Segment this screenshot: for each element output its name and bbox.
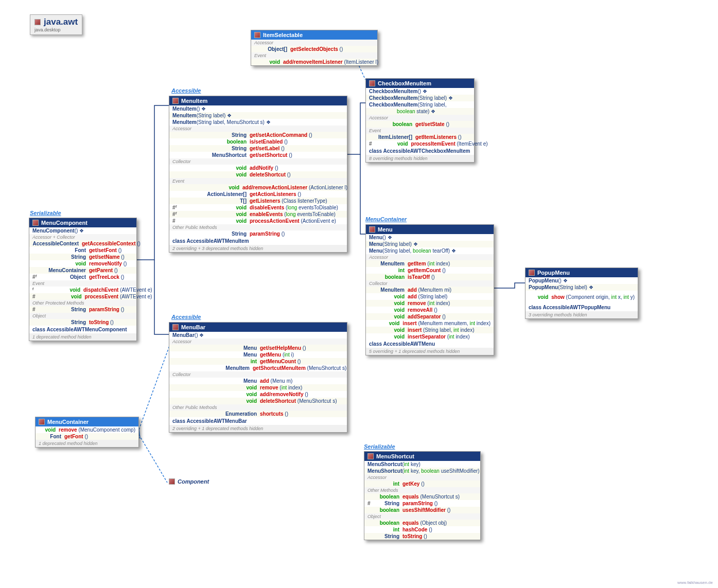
constructor-row: MenuBar () ❖ (169, 332, 347, 338)
box-menucomponent: MenuComponent MenuComponent () ❖ Accesso… (29, 218, 137, 341)
method-row: #StringparamString () (364, 500, 480, 507)
method-row: FontgetFont () (36, 433, 138, 440)
footer-note: 5 overriding + 1 deprecated methods hidd… (366, 348, 494, 355)
constructor-row: PopupMenu () ❖ (526, 277, 638, 284)
box-checkboxmenuitem: CheckboxMenuItem CheckboxMenuItem () ❖Ch… (365, 78, 475, 163)
section-label: Other Public Methods (169, 224, 347, 230)
box-menushortcut: MenuShortcut MenuShortcut (int key)MenuS… (364, 451, 481, 540)
box-popupmenu: PopupMenu PopupMenu () ❖PopupMenu (Strin… (525, 268, 638, 319)
method-row: voidinsert (MenuItem menuitem, int index… (366, 320, 494, 327)
method-row: #voidprocessItemEvent (ItemEvent e) (366, 140, 474, 147)
title-popupmenu: PopupMenu (526, 268, 638, 277)
method-row: #ᶠvoidenableEvents (long eventsToEnable) (169, 211, 347, 218)
method-row: T[]getListeners (Class listenerType) (169, 198, 347, 204)
title-menu: Menu (366, 225, 494, 234)
stereo-accessible-1: Accessible (171, 87, 201, 94)
interface-icon (254, 32, 260, 38)
method-row: #voidprocessActionEvent (ActionEvent e) (169, 218, 347, 224)
method-row: voidremove (int index) (169, 384, 347, 391)
method-row: StringtoString () (29, 319, 136, 326)
footer-note: 3 overriding methods hidden (526, 311, 638, 318)
constructor-row: Menu (String label, boolean tearOff) ❖ (366, 247, 494, 254)
method-row: booleanisTearOff () (366, 274, 494, 280)
class-icon (367, 453, 374, 459)
constructor-row: Menu (String label) ❖ (366, 241, 494, 247)
method-row: voidadd/removeItemListener (ItemListener… (251, 59, 377, 65)
inner-class: class AccessibleAWTMenu (366, 340, 494, 348)
method-row: StringparamString () (169, 230, 347, 237)
class-icon (172, 98, 179, 104)
title-menucontainer: MenuContainer (36, 417, 138, 426)
method-row: Object[]getSelectedObjects () (251, 46, 377, 52)
inner-class: class AccessibleAWTPopupMenu (526, 304, 638, 311)
box-itemselectable: ItemSelectable AccessorObject[]getSelect… (251, 30, 378, 66)
class-icon (169, 478, 175, 485)
method-row: voidinsert (String label, int index) (366, 327, 494, 333)
method-row: ItemListener[]getItemListeners () (366, 134, 474, 140)
stereo-accessible-2: Accessible (171, 314, 201, 320)
constructor-row: MenuComponent () ❖ (29, 227, 136, 234)
method-row: AccessibleContextgetAccessibleContext () (29, 240, 136, 247)
method-row: StringtoString () (364, 533, 480, 540)
inner-class: class AccessibleAWTMenuComponent (29, 326, 136, 333)
class-icon (32, 220, 39, 226)
section-label: Event (169, 178, 347, 184)
constructor-row: CheckboxMenuItem (String label) ❖ (366, 95, 474, 101)
section-label: Accessor (251, 40, 377, 46)
box-menubar: MenuBar MenuBar () ❖ AccessorMenuget/set… (169, 322, 347, 433)
constructor-row: MenuItem (String label) ❖ (169, 112, 347, 119)
method-row: voidremove (MenuComponent comp) (36, 426, 138, 433)
stereo-serializable: Serializable (30, 210, 61, 216)
title-itemselectable: ItemSelectable (251, 30, 377, 40)
box-menu: Menu Menu () ❖Menu (String label) ❖Menu … (365, 224, 494, 355)
method-row: booleanget/setState () (366, 121, 474, 128)
stereo-serializable-2: Serializable (364, 443, 395, 450)
method-row: Menuget/setHelpMenu () (169, 345, 347, 351)
constructor-row: boolean state) ❖ (366, 108, 474, 115)
section-label: Accessor (169, 126, 347, 132)
method-row: booleanusesShiftModifier () (364, 507, 480, 513)
method-row: voiddeleteShortcut (MenuShortcut s) (169, 398, 347, 404)
footer-note: 1 deprecated method hidden (36, 440, 138, 447)
section-label: Other Protected Methods (29, 300, 136, 306)
constructor-row: MenuShortcut (int key) (364, 461, 480, 468)
method-row: intgetKey () (364, 480, 480, 487)
method-row: voidadd/removeNotify () (169, 391, 347, 398)
method-row: MenuItemadd (MenuItem mi) (366, 287, 494, 293)
method-row: voidinsertSeparator (int index) (366, 333, 494, 340)
footer-note: 2 overriding + 3 deprecated methods hidd… (169, 245, 347, 252)
section-label: Collector (169, 158, 347, 165)
box-menuitem: MenuItem MenuItem () ❖MenuItem (String l… (169, 96, 347, 253)
method-row: #ᶠObjectgetTreeLock () (29, 274, 136, 280)
package-label: java.awt java.desktop (30, 14, 82, 35)
method-row: MenuContainergetParent () (29, 267, 136, 274)
constructor-row: MenuItem (String label, MenuShortcut s) … (169, 119, 347, 126)
section-label: Accessor (366, 115, 474, 121)
method-row: MenuItemgetItem (int index) (366, 260, 494, 267)
method-row: booleanequals (MenuShortcut s) (364, 493, 480, 500)
section-label: Object (29, 313, 136, 319)
title-checkboxmenuitem: CheckboxMenuItem (366, 79, 474, 88)
section-label: Other Methods (364, 487, 480, 493)
class-icon (369, 80, 375, 86)
title-menuitem: MenuItem (169, 96, 347, 105)
title-menushortcut: MenuShortcut (364, 452, 480, 461)
diagram-canvas: java.awt java.desktop Serializable Acces… (0, 0, 718, 588)
section-label: Other Public Methods (169, 404, 347, 411)
package-icon (34, 19, 41, 25)
method-row: ActionListener[]getActionListeners () (169, 191, 347, 198)
method-row: voidadd (String label) (366, 293, 494, 300)
class-icon (172, 324, 179, 330)
inner-class: class AccessibleAWTCheckboxMenuItem (366, 147, 474, 155)
inner-class: class AccessibleAWTMenuItem (169, 237, 347, 245)
footer-note: 8 overriding methods hidden (366, 155, 474, 162)
footer-note: 2 overriding + 1 deprecated methods hidd… (169, 425, 347, 432)
class-icon (529, 270, 535, 276)
method-row: voidremoveNotify () (29, 260, 136, 267)
method-row: MenugetMenu (int i) (169, 351, 347, 358)
watermark: www.falkhausen.de (677, 580, 713, 585)
footer-note: 1 deprecated method hidden (29, 333, 136, 341)
method-row: #StringparamString () (29, 306, 136, 313)
method-row: Enumerationshortcuts () (169, 411, 347, 417)
method-row: ᶠvoiddispatchEvent (AWTEvent e) (29, 287, 136, 293)
